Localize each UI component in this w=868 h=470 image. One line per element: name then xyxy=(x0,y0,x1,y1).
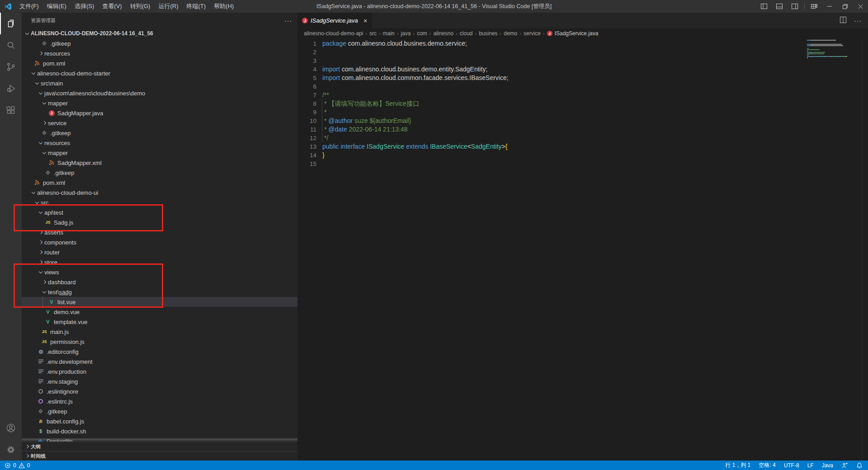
tree-row-.eslintrc.js[interactable]: .eslintrc.js xyxy=(22,396,297,406)
tree-row-.eslintignore[interactable]: .eslintignore xyxy=(22,386,297,396)
breadcrumb-item[interactable]: main xyxy=(383,30,395,37)
tree-row-.gitkeep[interactable]: .gitkeep xyxy=(22,406,297,416)
code-line-8[interactable]: 8 * 【请填写功能名称】Service接口 xyxy=(297,99,868,108)
code-line-6[interactable]: 6 xyxy=(297,82,868,91)
horizontal-scrollbar[interactable] xyxy=(22,438,297,441)
timeline-section[interactable]: 时间线 xyxy=(22,451,297,461)
split-editor-icon[interactable] xyxy=(840,16,847,25)
breadcrumb-item[interactable]: java xyxy=(401,30,410,37)
tree-row-api-test[interactable]: api\test xyxy=(22,207,297,217)
cursor-position[interactable]: 行 1，列 1 xyxy=(725,461,750,469)
layout-customize-icon[interactable] xyxy=(807,0,822,13)
tree-row-.env.staging[interactable]: .env.staging xyxy=(22,376,297,386)
tree-row-mapper[interactable]: mapper xyxy=(22,148,297,158)
tree-row-src[interactable]: src xyxy=(22,197,297,207)
code-line-11[interactable]: 11 * @date 2022-06-14 21:13:48 xyxy=(297,125,868,134)
tree-row-dashboard[interactable]: dashboard xyxy=(22,277,297,287)
code-line-12[interactable]: 12 */ xyxy=(297,134,868,142)
code-line-5[interactable]: 5import com.alinesno.cloud.common.facade… xyxy=(297,74,868,82)
code-line-10[interactable]: 10 * @author suze ${authorEmail} xyxy=(297,117,868,125)
tree-row-resources[interactable]: resources xyxy=(22,48,297,58)
tree-row-pom.xml[interactable]: pom.xml xyxy=(22,178,297,188)
tree-row-test-sadg[interactable]: test\sadg xyxy=(22,287,297,297)
indentation[interactable]: 空格: 4 xyxy=(759,461,775,469)
code-line-7[interactable]: 7/** xyxy=(297,91,868,99)
settings-gear-icon[interactable] xyxy=(0,439,22,461)
feedback-icon[interactable] xyxy=(841,462,848,469)
tree-row-mapper[interactable]: mapper xyxy=(22,98,297,108)
menu-item-0[interactable]: 文件(F) xyxy=(15,0,43,13)
breadcrumb-item[interactable]: src xyxy=(369,30,377,37)
code-line-3[interactable]: 3 xyxy=(297,56,868,65)
encoding[interactable]: UTF-8 xyxy=(784,462,799,469)
tree-row-.gitkeep[interactable]: .gitkeep xyxy=(22,38,297,48)
tree-row-resources[interactable]: resources xyxy=(22,138,297,148)
tree-row-demo.vue[interactable]: Vdemo.vue xyxy=(22,307,297,317)
code-editor[interactable]: 1package com.alinesno.cloud.busines.demo… xyxy=(297,38,868,461)
search-icon[interactable] xyxy=(0,34,22,56)
outline-section[interactable]: 大纲 xyxy=(22,442,297,451)
tree-row-src-main[interactable]: src\main xyxy=(22,78,297,88)
code-line-13[interactable]: 13public interface ISadgService extends … xyxy=(297,142,868,151)
tree-row-alinesno-cloud-demo-ui[interactable]: alinesno-cloud-demo-ui xyxy=(22,188,297,197)
tree-row-.editorconfig[interactable]: .editorconfig xyxy=(22,347,297,357)
tree-row-pom.xml[interactable]: pom.xml xyxy=(22,58,297,68)
code-line-2[interactable]: 2 xyxy=(297,48,868,56)
more-actions-icon[interactable]: ··· xyxy=(854,17,862,24)
run-debug-icon[interactable] xyxy=(0,78,22,99)
tree-row-build-docker.sh[interactable]: $build-docker.sh xyxy=(22,426,297,436)
close-icon[interactable] xyxy=(853,0,868,13)
explorer-icon[interactable] xyxy=(0,13,22,34)
tree-row-sadg.js[interactable]: JSSadg.js xyxy=(22,217,297,227)
notifications-bell-icon[interactable] xyxy=(856,462,863,469)
tree-row-main.js[interactable]: JSmain.js xyxy=(22,327,297,337)
menu-item-5[interactable]: 运行(R) xyxy=(154,0,182,13)
menu-item-4[interactable]: 转到(G) xyxy=(126,0,155,13)
breadcrumb-item[interactable]: com xyxy=(417,30,427,37)
extensions-icon[interactable] xyxy=(0,99,22,121)
tree-row-.env.development[interactable]: .env.development xyxy=(22,357,297,367)
tree-row-list.vue[interactable]: Vlist.vue xyxy=(22,297,297,307)
source-control-icon[interactable] xyxy=(0,56,22,78)
tree-row-alinesno-cloud-demo-starter[interactable]: alinesno-cloud-demo-starter xyxy=(22,68,297,78)
menu-item-1[interactable]: 编辑(E) xyxy=(43,0,71,13)
tree-row-java-com-alinesno-cloud-busines-demo[interactable]: java\com\alinesno\cloud\busines\demo xyxy=(22,88,297,98)
account-icon[interactable] xyxy=(0,417,22,439)
code-line-9[interactable]: 9 * xyxy=(297,108,868,117)
breadcrumb-item[interactable]: alinesno-cloud-demo-api xyxy=(304,30,363,37)
eol-sequence[interactable]: LF xyxy=(807,462,814,469)
tree-row-permission.js[interactable]: JSpermission.js xyxy=(22,337,297,347)
tree-row-template.vue[interactable]: Vtemplate.vue xyxy=(22,317,297,327)
tab-isadgservice[interactable]: J ISadgService.java × xyxy=(297,13,372,28)
tree-row-.env.production[interactable]: .env.production xyxy=(22,367,297,376)
breadcrumb-item[interactable]: busines xyxy=(479,30,497,37)
code-line-15[interactable]: 15 xyxy=(297,160,868,168)
minimap[interactable] xyxy=(807,40,843,60)
menu-item-2[interactable]: 选择(S) xyxy=(71,0,98,13)
language-mode[interactable]: Java xyxy=(822,462,833,469)
tree-row-babel.config.js[interactable]: Bbabel.config.js xyxy=(22,416,297,426)
code-line-1[interactable]: 1package com.alinesno.cloud.busines.demo… xyxy=(297,39,868,48)
code-line-4[interactable]: 4import com.alinesno.cloud.busines.demo.… xyxy=(297,65,868,74)
tree-row-service[interactable]: service xyxy=(22,118,297,128)
problems-status[interactable]: 0 0 xyxy=(0,462,30,469)
tree-row-sadgmapper.java[interactable]: JSadgMapper.java xyxy=(22,108,297,118)
tree-row-sadgmapper.xml[interactable]: SadgMapper.xml xyxy=(22,158,297,168)
breadcrumb-item[interactable]: alinesno xyxy=(433,30,453,37)
menu-item-3[interactable]: 查看(V) xyxy=(98,0,126,13)
tree-row-store[interactable]: store xyxy=(22,257,297,267)
menu-item-6[interactable]: 终端(T) xyxy=(182,0,210,13)
breadcrumb-item[interactable]: demo xyxy=(504,30,517,37)
tab-close-icon[interactable]: × xyxy=(363,17,368,24)
layout-panel-icon[interactable] xyxy=(772,0,787,13)
minimize-icon[interactable] xyxy=(822,0,837,13)
menu-item-7[interactable]: 帮助(H) xyxy=(210,0,238,13)
more-actions-icon[interactable]: ··· xyxy=(284,17,292,24)
tree-root-folder[interactable]: ALINESNO-CLOUD-DEMO-2022-06-14 16_41_56 xyxy=(22,28,297,38)
tree-row-router[interactable]: router xyxy=(22,247,297,257)
tree-row-views[interactable]: views xyxy=(22,267,297,277)
layout-sidebar-right-icon[interactable] xyxy=(787,0,802,13)
tree-row-.gitkeep[interactable]: .gitkeep xyxy=(22,168,297,178)
breadcrumb-file[interactable]: JISadgService.java xyxy=(547,30,599,37)
layout-sidebar-left-icon[interactable] xyxy=(756,0,772,13)
